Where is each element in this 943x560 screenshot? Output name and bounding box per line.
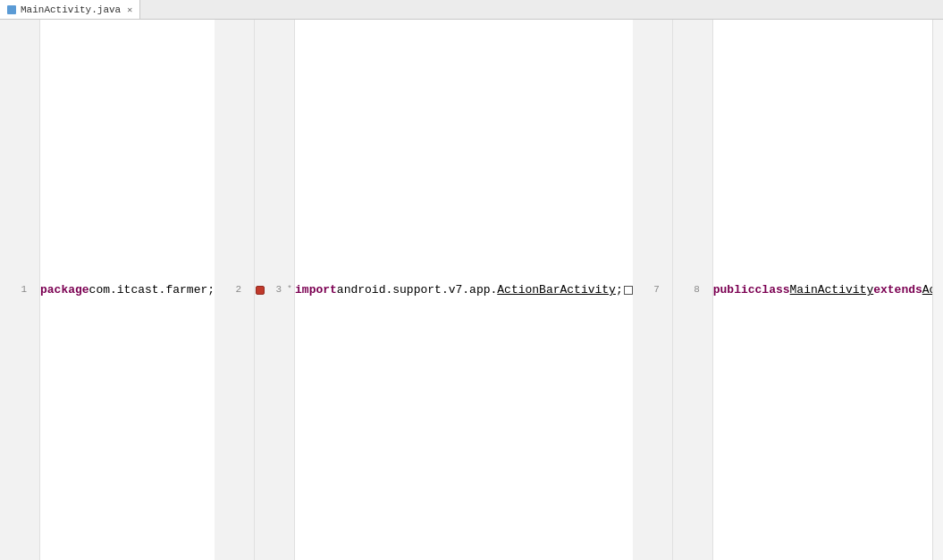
line-gutter: 8 [673,20,713,560]
string-box-icon [624,286,633,295]
line-gutter: 7 [633,20,673,560]
code-line[interactable]: public class MainActivity extends Action… [713,20,932,560]
code-token: ActionBarActivity [922,281,932,298]
line-gutter: 1 [0,20,40,560]
line-number: 1 [11,281,30,298]
code-token: com.itcast.farmer; [89,281,215,298]
line-gutter: 2 [215,20,255,560]
code-token: extends [873,281,922,298]
tab-bar: MainActivity.java ✕ [0,0,943,20]
line-number: 7 [644,281,663,298]
tab-label: MainActivity.java [21,4,121,15]
line-gutter: 3* [255,20,295,560]
vertical-scrollbar[interactable] [932,20,943,560]
line-row: 2 [215,20,255,560]
code-token: ; [616,281,623,298]
line-number: 8 [684,281,703,298]
tab-file-icon [7,5,16,14]
code-wrapper: 1package com.itcast.farmer;23*import and… [0,20,943,560]
code-token: package [40,281,89,298]
code-token: android.support.v7.app. [337,281,497,298]
line-number: 2 [225,281,245,298]
fold-arrow[interactable]: * [285,281,294,298]
code-token: class [755,281,790,298]
code-token: MainActivity [790,281,874,298]
code-token: import [295,281,337,298]
tab-close-button[interactable]: ✕ [127,4,132,15]
code-token: public [713,281,755,298]
code-token: ActionBarActivity [497,281,616,298]
error-marker-icon [256,286,265,295]
line-marker [255,286,265,295]
code-area: 1package com.itcast.farmer;23*import and… [0,20,932,560]
editor-window: MainActivity.java ✕ 1package com.itcast.… [0,0,943,560]
code-line[interactable]: import android.support.v7.app.ActionBarA… [295,20,633,560]
editor-tab[interactable]: MainActivity.java ✕ [0,0,140,19]
line-row: 7 [633,20,673,560]
line-row: 3*import android.support.v7.app.ActionBa… [255,20,633,560]
line-row: 8public class MainActivity extends Actio… [673,20,932,560]
code-line[interactable]: package com.itcast.farmer; [40,20,215,560]
line-number: 3 [265,281,285,298]
line-row: 1package com.itcast.farmer; [0,20,215,560]
